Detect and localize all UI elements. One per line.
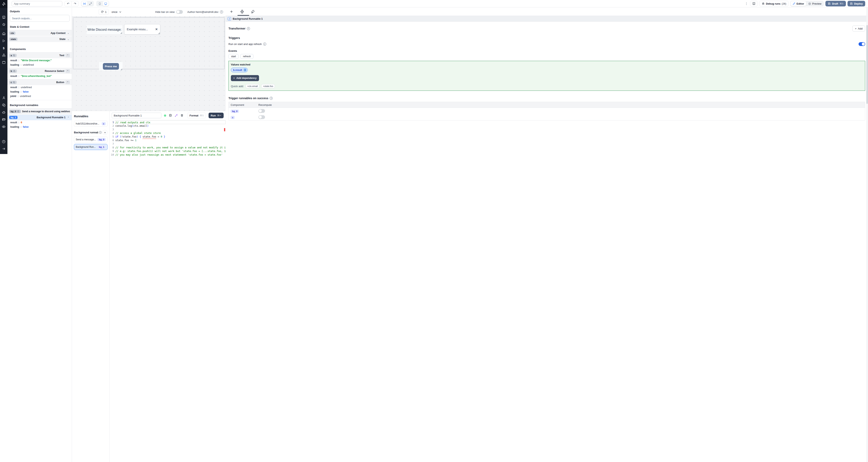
- redo-icon[interactable]: ↷: [71, 1, 79, 6]
- output-kv: result:6: [7, 120, 72, 125]
- column-component: Component: [229, 103, 258, 106]
- info-icon[interactable]: i: [270, 97, 273, 100]
- recompute-toggle-c[interactable]: [258, 115, 265, 119]
- eye-icon[interactable]: [0, 123, 7, 130]
- help-icon[interactable]: [0, 138, 7, 145]
- wand-icon[interactable]: [175, 114, 178, 117]
- align-center-icon[interactable]: [82, 1, 87, 6]
- hide-bar-toggle[interactable]: [176, 10, 183, 14]
- collapse-icon[interactable]: ⌃: [65, 69, 70, 73]
- resize-handle[interactable]: [121, 69, 122, 70]
- calendar-icon[interactable]: [0, 59, 7, 66]
- component-row-c[interactable]: c Button ⌃: [7, 79, 72, 85]
- building-icon[interactable]: [0, 14, 7, 21]
- output-kv: jobId:undefined: [7, 94, 72, 98]
- hand-pointer-icon: [13, 70, 16, 72]
- chevron-down-icon[interactable]: ⌄: [67, 38, 70, 40]
- folder-icon[interactable]: [0, 116, 7, 123]
- bg0-badge: bg_0: [9, 110, 21, 113]
- bg1-row-selected[interactable]: bg_1 Background Runnable 1 ⌃: [7, 114, 72, 120]
- refresh-mode-select[interactable]: once: [112, 10, 121, 13]
- ctx-type: App Context: [51, 32, 65, 35]
- hand-pointer-icon: [17, 110, 20, 113]
- button-component-wrapper[interactable]: Press me: [99, 62, 123, 70]
- star-icon[interactable]: [0, 21, 7, 28]
- event-chip-refresh[interactable]: refresh: [240, 54, 253, 59]
- trash-icon[interactable]: [180, 114, 183, 117]
- watched-value-chip[interactable]: b.result ✕: [231, 68, 248, 72]
- expand-icon[interactable]: [87, 1, 93, 6]
- triggers-title: Triggers: [228, 36, 289, 39]
- function-icon: f: [228, 17, 231, 21]
- runnable-badge: bg_0: [97, 138, 106, 141]
- hand-pointer-icon: [13, 54, 15, 57]
- search-outputs-input[interactable]: [10, 15, 69, 22]
- robot-icon[interactable]: [0, 109, 7, 116]
- gear-icon[interactable]: [0, 101, 7, 109]
- runnable-item-bg0[interactable]: Send a message... bg_0: [74, 136, 107, 142]
- resize-handle[interactable]: [121, 32, 122, 34]
- canvas-toolbar: 1 once Hide bar on view Author henri@win…: [72, 7, 226, 16]
- device-toggle-group: [96, 1, 109, 6]
- windmill-logo[interactable]: [0, 0, 7, 8]
- app-summary-input[interactable]: [12, 1, 62, 6]
- transformer-title: Transformer: [228, 27, 246, 30]
- resize-handle[interactable]: [158, 33, 160, 34]
- collapse-icon[interactable]: ⌃: [67, 117, 70, 119]
- recompute-toggle-bg0[interactable]: [258, 109, 265, 113]
- output-row-state[interactable]: state State ⌄: [7, 36, 72, 42]
- runnable-name-input[interactable]: [112, 113, 161, 118]
- dollar-icon[interactable]: $: [0, 44, 7, 52]
- insert-tab-plus-icon[interactable]: [230, 10, 233, 13]
- add-dependency-button[interactable]: + Add dependency: [231, 75, 259, 81]
- text-component[interactable]: Write Discord message:: [87, 25, 122, 34]
- cubes-icon[interactable]: [0, 52, 7, 59]
- play-icon[interactable]: [0, 37, 7, 44]
- person-icon[interactable]: [0, 94, 7, 101]
- add-runnable-button[interactable]: +: [102, 130, 107, 135]
- database-icon[interactable]: [169, 114, 172, 117]
- refresh-count-button[interactable]: 1: [99, 9, 109, 15]
- info-icon[interactable]: i: [247, 27, 250, 30]
- output-row-ctx[interactable]: ctx App Context ⌄: [7, 30, 72, 36]
- clear-select-icon[interactable]: ✕: [155, 28, 158, 31]
- column-recompute: Recompute: [258, 103, 289, 106]
- info-icon[interactable]: i: [220, 10, 223, 13]
- remove-watch-icon[interactable]: ✕: [243, 68, 247, 72]
- active-tab-underline: [238, 15, 249, 16]
- runnable-item-hub[interactable]: hub/1511/discord/se... c: [74, 121, 107, 127]
- settings-tab-components-icon[interactable]: [240, 10, 244, 14]
- code-area[interactable]: 12 34 56 78 910 // read outputs and ctx …: [110, 120, 226, 154]
- error-marker: [224, 128, 225, 131]
- format-button[interactable]: Format⌘S: [187, 113, 206, 118]
- component-c-badge: c: [9, 81, 17, 84]
- undo-icon[interactable]: ↶: [65, 1, 71, 6]
- inspector-header-title: Background Runnable 1: [233, 17, 263, 20]
- info-icon[interactable]: i: [263, 42, 266, 45]
- collapse-icon[interactable]: ⌃: [65, 54, 70, 57]
- undo-redo-group: ↶ ↷: [64, 1, 79, 6]
- run-button[interactable]: Run⌘↵: [209, 113, 224, 118]
- mobile-icon[interactable]: [97, 1, 103, 6]
- component-row-a[interactable]: a Text ⌃: [7, 52, 72, 58]
- runnable-item-bg1-selected[interactable]: Background Run... bg_1: [74, 144, 107, 150]
- code-editor: Format⌘S Run⌘↵ 12 34 56 78 910 // read o…: [110, 111, 226, 154]
- press-me-button[interactable]: Press me: [103, 63, 119, 70]
- collapse-icon[interactable]: ⌃: [65, 80, 70, 84]
- table-row: bg_0: [229, 108, 289, 114]
- arrow-right-icon[interactable]: [0, 145, 7, 153]
- theme-tab-brush-icon[interactable]: [251, 10, 255, 13]
- output-kv: loading:false: [7, 125, 72, 129]
- info-icon[interactable]: i: [99, 131, 102, 134]
- component-row-b[interactable]: b Resource Select ⌃: [7, 68, 72, 74]
- code-lines: // read outputs and ctx console.log(ctx.…: [115, 120, 226, 154]
- quick-add-state-foo[interactable]: +state.foo: [261, 84, 275, 88]
- component-c-type: Button: [56, 81, 64, 84]
- quick-add-ctx-email[interactable]: +ctx.email: [246, 84, 259, 88]
- home-icon[interactable]: [0, 30, 7, 37]
- resource-select-component[interactable]: Example resou... ✕: [124, 24, 160, 35]
- event-chip-start[interactable]: start: [228, 54, 239, 59]
- bg0-row[interactable]: bg_0 Send a message to discord using web…: [7, 108, 72, 114]
- desktop-icon[interactable]: [103, 1, 109, 6]
- chevron-down-icon[interactable]: ⌄: [67, 32, 70, 34]
